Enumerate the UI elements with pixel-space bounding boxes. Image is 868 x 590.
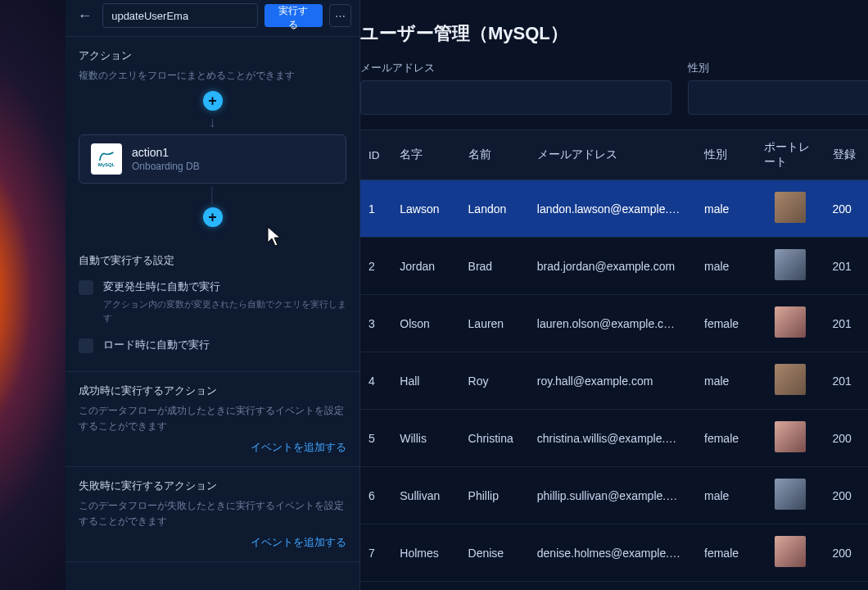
cell-registered: 200: [825, 410, 869, 467]
auto-run-heading: 自動で実行する設定: [79, 253, 346, 268]
success-add-event-link[interactable]: イベントを追加する: [251, 441, 346, 453]
action-card-name: action1: [132, 146, 200, 159]
cell-id: 5: [360, 410, 391, 467]
ellipsis-icon: ⋯: [335, 10, 346, 22]
filter-gender-input[interactable]: [688, 80, 868, 115]
cell-gender: female: [696, 582, 756, 591]
arrow-down-icon: │: [208, 187, 217, 204]
filter-gender: 性別: [688, 61, 868, 115]
filter-email-label: メールアドレス: [360, 61, 671, 75]
toggle-on-change-desc: アクション内の変数が変更されたら自動でクエリを実行します: [103, 297, 346, 324]
avatar: [775, 479, 806, 510]
toggle-on-change-checkbox[interactable]: [79, 280, 93, 295]
actions-desc: 複数のクエリをフローにまとめることができます: [79, 68, 346, 83]
cell-gender: male: [696, 467, 756, 524]
col-first[interactable]: 名前: [460, 130, 529, 180]
action-card-sub: Onboarding DB: [132, 161, 200, 172]
cell-first: Lauren: [460, 295, 529, 352]
action-name-input[interactable]: [102, 3, 258, 28]
filter-gender-label: 性別: [688, 61, 868, 75]
cell-registered: 201: [825, 295, 869, 352]
cell-email: phillip.sullivan@example.…: [529, 467, 696, 524]
filter-email-input[interactable]: [360, 80, 671, 115]
cell-last: Willis: [391, 410, 459, 467]
cell-email: roy.hall@example.com: [529, 352, 696, 410]
add-step-top-button[interactable]: +: [203, 91, 223, 111]
toggle-on-load-checkbox[interactable]: [79, 338, 93, 353]
avatar: [775, 192, 806, 223]
table-row[interactable]: 7HolmesDenisedenise.holmes@example.…fema…: [360, 524, 868, 582]
cell-id: 7: [360, 524, 391, 582]
cell-registered: 200: [825, 467, 869, 524]
page-title: ユーザー管理（MySQL）: [360, 0, 868, 61]
table-row[interactable]: 1LawsonLandonlandon.lawson@example.…male…: [360, 180, 868, 238]
cell-email: denise.holmes@example.…: [529, 524, 696, 582]
cell-email: sofia.george@example.c…: [529, 582, 696, 591]
avatar: [775, 306, 806, 338]
cell-registered: 200: [825, 524, 869, 582]
flow-canvas: + ↓ MySQL action1 Onboarding DB │ +: [66, 83, 359, 242]
cell-portrait: [756, 524, 825, 582]
cell-id: 3: [360, 295, 391, 352]
table-row[interactable]: 3OlsonLaurenlauren.olson@example.c…femal…: [360, 295, 868, 352]
cell-registered: 201: [825, 238, 869, 295]
failure-section: 失敗時に実行するアクション このデータフローが失敗したときに実行するイベントを設…: [66, 467, 359, 562]
avatar: [775, 249, 806, 280]
table-row[interactable]: 5WillisChristinachristina.willis@example…: [360, 410, 868, 467]
auto-run-section: 自動で実行する設定 変更発生時に自動で実行 アクション内の変数が変更されたら自動…: [66, 242, 359, 372]
cell-gender: female: [696, 410, 756, 467]
success-heading: 成功時に実行するアクション: [79, 384, 346, 398]
cell-first: Sofia: [460, 582, 529, 591]
cell-gender: male: [696, 238, 756, 295]
action-card-action1[interactable]: MySQL action1 Onboarding DB: [79, 134, 346, 184]
users-table: ID 名字 名前 メールアドレス 性別 ポートレート 登録 1LawsonLan…: [360, 129, 868, 590]
cell-last: Olson: [391, 295, 459, 352]
cell-id: 1: [360, 180, 391, 238]
more-button[interactable]: ⋯: [329, 4, 351, 27]
toggle-on-load: ロード時に自動で実行: [79, 331, 346, 360]
cell-email: christina.willis@example.…: [529, 410, 696, 467]
filter-email: メールアドレス: [360, 61, 671, 115]
failure-heading: 失敗時に実行するアクション: [79, 479, 346, 493]
col-last[interactable]: 名字: [391, 130, 459, 180]
back-button[interactable]: ←: [74, 4, 96, 27]
success-section: 成功時に実行するアクション このデータフローが成功したときに実行するイベントを設…: [66, 372, 359, 467]
action-sidebar: ← 実行する ⋯ アクション 複数のクエリをフローにまとめることができます + …: [66, 0, 360, 590]
actions-heading: アクション: [79, 48, 346, 63]
table-header-row: ID 名字 名前 メールアドレス 性別 ポートレート 登録: [360, 130, 868, 180]
cell-first: Roy: [460, 352, 529, 410]
run-button[interactable]: 実行する: [264, 4, 323, 27]
cell-last: Holmes: [391, 524, 459, 582]
table-row[interactable]: 2JordanBradbrad.jordan@example.commale20…: [360, 238, 868, 295]
col-email[interactable]: メールアドレス: [529, 130, 696, 180]
table-row[interactable]: 6SullivanPhillipphillip.sullivan@example…: [360, 467, 868, 524]
cell-registered: 201: [825, 582, 869, 591]
avatar: [775, 421, 806, 452]
cell-id: 2: [360, 238, 391, 295]
cell-gender: male: [696, 180, 756, 238]
avatar: [775, 536, 806, 567]
table-row[interactable]: 4HallRoyroy.hall@example.commale201: [360, 352, 868, 410]
col-gender[interactable]: 性別: [696, 130, 756, 180]
col-id[interactable]: ID: [360, 130, 391, 180]
cell-gender: male: [696, 352, 756, 410]
add-step-bottom-button[interactable]: +: [203, 207, 223, 227]
cell-last: Sullivan: [391, 467, 459, 524]
plus-icon: +: [208, 93, 217, 110]
toggle-on-change-label: 変更発生時に自動で実行: [103, 279, 346, 294]
desktop-wallpaper: [0, 0, 66, 590]
cell-portrait: [756, 295, 825, 352]
cell-first: Landon: [460, 180, 529, 238]
cell-portrait: [756, 410, 825, 467]
col-registered[interactable]: 登録: [825, 130, 869, 180]
cell-first: Christina: [460, 410, 529, 467]
cell-gender: female: [696, 524, 756, 582]
col-portrait[interactable]: ポートレート: [756, 130, 825, 180]
cell-first: Brad: [460, 238, 529, 295]
plus-icon: +: [208, 209, 217, 226]
failure-add-event-link[interactable]: イベントを追加する: [251, 536, 346, 548]
sidebar-topbar: ← 実行する ⋯: [66, 0, 359, 37]
cell-last: Lawson: [391, 180, 459, 238]
cell-email: lauren.olson@example.c…: [529, 295, 696, 352]
table-row[interactable]: 8GeorgeSofiasofia.george@example.c…femal…: [360, 582, 868, 591]
